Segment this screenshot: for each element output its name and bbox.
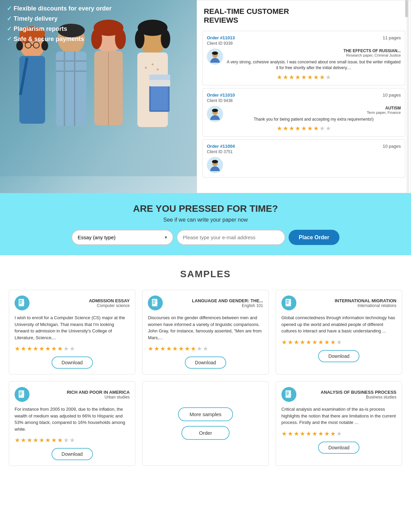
sample-card: ANALYSIS OF BUSINESS PROCESS Business st…	[276, 381, 402, 466]
review-card: Order #11013 Client ID 9339 11 pages THE…	[202, 31, 405, 85]
sample-star-full: ★	[318, 339, 324, 346]
sample-star-full: ★	[184, 345, 190, 352]
sample-star-full: ★	[330, 339, 336, 346]
svg-rect-73	[286, 394, 289, 395]
review-text: Thank you for being patient and acceptin…	[227, 117, 401, 122]
review-header: Order #11010 Client ID 9438 10 pages	[207, 93, 401, 103]
sample-card: More samples Order	[142, 381, 269, 466]
sample-card-header: LANGUAGE AND GENDER: THE... English 101	[148, 295, 263, 310]
download-button[interactable]: Download	[52, 356, 93, 369]
svg-rect-11	[56, 52, 86, 126]
sample-star-full: ★	[178, 345, 184, 352]
sample-title: ANALYSIS OF BUSINESS PROCESS	[300, 390, 396, 395]
star-full: ★	[307, 74, 313, 81]
sample-star-empty: ★	[63, 345, 69, 352]
review-text: A very strong, cohesive analysis. I was …	[227, 59, 401, 71]
star-empty: ★	[326, 125, 331, 132]
sample-excerpt: I wish to enroll for a Computer Science …	[15, 314, 130, 341]
review-content: AUTISM Term paper, Finance Thank you for…	[227, 106, 401, 122]
sample-star-full: ★	[288, 430, 293, 437]
download-button[interactable]: Download	[52, 448, 93, 460]
star-full: ★	[313, 74, 319, 81]
review-paper-type: Research paper, Criminal Justice	[227, 53, 401, 57]
review-order: Order #11004	[207, 144, 235, 149]
review-paper-title: AUTISM	[227, 106, 401, 110]
review-pages: 11 pages	[383, 35, 401, 46]
review-body	[207, 157, 401, 173]
star-full: ★	[283, 125, 288, 132]
star-empty: ★	[319, 125, 325, 132]
sample-star-full: ★	[306, 339, 311, 346]
download-button[interactable]: Download	[318, 442, 359, 454]
star-full: ★	[301, 125, 307, 132]
sample-star-full: ★	[15, 345, 20, 352]
review-client: Client ID 3751	[207, 149, 235, 154]
star-full: ★	[289, 125, 294, 132]
order-button[interactable]: Order	[181, 426, 230, 440]
reviewer-avatar	[207, 48, 223, 65]
review-body: THE EFFECTS OF RUSSIAN... Research paper…	[207, 48, 401, 71]
sample-card-header: ANALYSIS OF BUSINESS PROCESS Business st…	[281, 387, 396, 402]
feature-item: Plagiarism reports	[7, 24, 112, 34]
review-pages: 10 pages	[383, 93, 401, 103]
svg-point-43	[212, 109, 218, 112]
download-button[interactable]: Download	[185, 356, 226, 369]
sample-star-full: ★	[45, 345, 51, 352]
review-client: Client ID 9438	[207, 98, 235, 103]
sample-star-full: ★	[160, 345, 165, 352]
review-order: Order #11013	[207, 35, 235, 40]
svg-point-26	[161, 29, 170, 48]
sample-star-full: ★	[306, 430, 311, 437]
svg-rect-71	[286, 392, 289, 392]
star-full: ★	[295, 125, 300, 132]
feature-item: Flexible discounts for every order	[7, 3, 112, 14]
sample-icon	[15, 387, 30, 402]
reviewer-avatar	[207, 106, 223, 122]
paper-type-select[interactable]: Essay (any type)Research paperTerm paper…	[72, 230, 173, 245]
review-order: Order #11010	[207, 93, 235, 98]
sample-meta: LANGUAGE AND GENDER: THE... English 101	[167, 298, 263, 308]
cta-title: ARE YOU PRESSED FOR TIME?	[7, 203, 404, 214]
cta-subtitle: See if we can write your paper now	[7, 217, 404, 223]
sample-star-full: ★	[330, 430, 336, 437]
svg-point-48	[212, 160, 218, 163]
sample-star-empty: ★	[336, 339, 342, 346]
sample-card-header: RICH AND POOR IN AMERICA Urban studies	[15, 387, 130, 402]
sample-stars: ★★★★★★★★★★	[15, 436, 130, 444]
cta-form: Essay (any type)Research paperTerm paper…	[7, 230, 404, 245]
sample-star-full: ★	[33, 345, 38, 352]
sample-icon	[281, 387, 296, 402]
sample-star-full: ★	[57, 436, 63, 444]
review-card: Order #11004 Client ID 3751 10 pages	[202, 139, 405, 178]
sample-star-full: ★	[191, 345, 196, 352]
sample-star-full: ★	[154, 345, 159, 352]
download-button[interactable]: Download	[318, 350, 359, 362]
email-input[interactable]	[177, 230, 285, 245]
sample-star-full: ★	[21, 345, 26, 352]
sample-star-full: ★	[324, 339, 330, 346]
star-full: ★	[289, 74, 294, 81]
sample-star-empty: ★	[203, 345, 208, 352]
svg-rect-56	[153, 300, 155, 301]
scroll-track	[407, 0, 409, 193]
svg-rect-63	[286, 303, 289, 304]
sample-star-full: ★	[27, 345, 32, 352]
more-samples-button[interactable]: More samples	[178, 407, 233, 421]
sample-star-full: ★	[39, 436, 44, 444]
sample-title: ADMISSION ESSAY	[34, 298, 130, 303]
sample-subject: Business studies	[300, 395, 396, 400]
svg-point-28	[145, 67, 147, 69]
review-content: THE EFFECTS OF RUSSIAN... Research paper…	[227, 48, 401, 71]
feature-item: Safe & secure payments	[7, 34, 112, 44]
sample-card: ADMISSION ESSAY Computer science I wish …	[9, 290, 135, 374]
review-stars: ★★★★★★★★★	[207, 125, 401, 132]
svg-point-29	[152, 63, 154, 65]
star-full: ★	[295, 74, 300, 81]
svg-point-25	[135, 29, 144, 48]
sample-star-empty: ★	[63, 436, 69, 444]
sample-subject: English 101	[167, 303, 263, 308]
svg-point-20	[115, 29, 126, 49]
place-order-button[interactable]: Place Order	[289, 230, 339, 245]
review-header: Order #11004 Client ID 3751 10 pages	[207, 144, 401, 154]
sample-icon	[281, 295, 296, 310]
